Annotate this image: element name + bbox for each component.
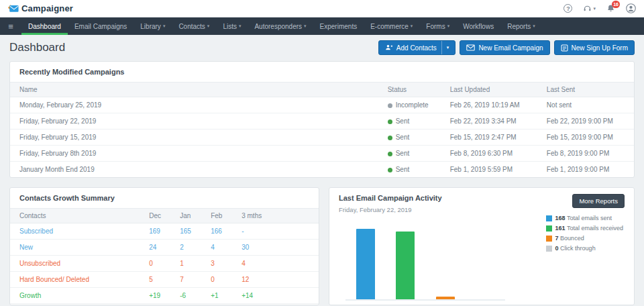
contacts-growth-table: Contacts Dec Jan Feb 3 mths Subscribed 1… <box>10 208 319 305</box>
growth-row-growth: Growth +19 -6 +1 +14 <box>10 288 319 304</box>
last-email-campaign-activity-card: Last Email Campaign Activity Friday, Feb… <box>329 187 635 305</box>
col-header-feb: Feb <box>201 209 232 223</box>
bar-0 <box>356 229 375 299</box>
bar-2 <box>436 297 455 299</box>
row-label: Pending <box>10 304 140 306</box>
status-dot <box>388 168 392 172</box>
row-label-link[interactable]: Hard Bounced/ Deleted <box>10 272 140 288</box>
chevron-down-icon: ▾ <box>207 23 210 29</box>
form-icon <box>561 44 568 52</box>
headset-icon <box>583 4 592 13</box>
chevron-down-icon: ▾ <box>447 23 450 29</box>
support-menu-button[interactable]: ▾ <box>583 4 596 13</box>
col-header-name[interactable]: Name <box>10 83 378 97</box>
chevron-down-icon: ▾ <box>304 23 307 29</box>
chevron-down-icon: ▾ <box>593 6 596 11</box>
notifications-button[interactable]: 16 <box>606 4 615 13</box>
user-avatar-icon <box>626 3 636 13</box>
table-row[interactable]: Friday, February 22, 2019 Sent Feb 22, 2… <box>10 113 634 130</box>
person-plus-icon <box>385 44 393 52</box>
brand-logo[interactable]: Campaigner <box>8 3 73 13</box>
campaigner-logo-icon <box>8 4 19 13</box>
new-signup-form-button[interactable]: New Sign Up Form <box>554 40 635 55</box>
new-email-campaign-button[interactable]: New Email Campaign <box>460 40 549 55</box>
help-button[interactable]: ? <box>564 4 572 13</box>
bar-slot-2 <box>425 225 466 299</box>
nav-item-forms[interactable]: Forms▾ <box>419 17 456 35</box>
status-dot <box>388 103 392 108</box>
button-divider <box>441 41 442 54</box>
envelope-icon <box>466 44 475 51</box>
table-row[interactable]: Monday, February 25, 2019 Incomplete Feb… <box>10 97 634 113</box>
table-header-row: Name Status Last Updated Last Sent <box>10 83 634 97</box>
card-title: Contacts Growth Summary <box>10 188 319 208</box>
growth-row-new: New 24 2 4 30 <box>10 240 319 256</box>
col-header-last-sent[interactable]: Last Sent <box>537 83 634 97</box>
row-label-link[interactable]: Unsubscribed <box>10 256 140 272</box>
table-row[interactable]: Friday, February 15, 2019 Sent Feb 15, 2… <box>10 130 634 146</box>
col-header-status[interactable]: Status <box>378 83 441 97</box>
nav-item-email-campaigns[interactable]: Email Campaigns <box>68 17 133 35</box>
growth-row-hard-bounced: Hard Bounced/ Deleted 5 7 0 12 <box>10 272 319 288</box>
chevron-down-icon[interactable]: ▾ <box>445 45 449 50</box>
col-header-last-updated[interactable]: Last Updated <box>441 83 537 97</box>
row-label-link[interactable]: New <box>10 240 140 256</box>
legend-swatch-bounced <box>546 236 552 242</box>
bar-slot-0 <box>345 225 386 299</box>
legend-item-click-through: 0 Click through <box>546 245 623 252</box>
card-title: Recently Modified Campaigns <box>10 62 634 82</box>
nav-item-ecommerce[interactable]: E-commerce▾ <box>364 17 419 35</box>
more-reports-button[interactable]: More Reports <box>572 194 625 208</box>
table-header-row: Contacts Dec Jan Feb 3 mths <box>10 209 319 223</box>
table-row[interactable]: January Month End 2019 Sent Feb 1, 2019 … <box>10 162 634 178</box>
status-dot <box>388 136 392 140</box>
legend-swatch-sent <box>546 215 552 221</box>
nav-item-reports[interactable]: Reports▾ <box>500 17 542 35</box>
account-menu-button[interactable] <box>626 3 636 13</box>
chevron-down-icon: ▾ <box>411 23 413 29</box>
row-label: Growth <box>10 288 140 304</box>
hamburger-menu-icon[interactable]: ≡ <box>0 17 21 35</box>
chart-legend: 168 Total emails sent 161 Total emails r… <box>546 215 623 252</box>
legend-item-bounced: 7 Bounced <box>546 235 623 242</box>
contacts-growth-summary-card: Contacts Growth Summary Contacts Dec Jan… <box>9 187 319 305</box>
top-bar: Campaigner ? ▾ 16 <box>0 0 644 17</box>
help-icon: ? <box>564 4 572 13</box>
page-header: Dashboard Add Contacts ▾ New Email Campa… <box>0 35 644 61</box>
nav-item-autoresponders[interactable]: Autoresponders▾ <box>248 17 313 35</box>
nav-item-contacts[interactable]: Contacts▾ <box>172 17 216 35</box>
growth-row-unsubscribed: Unsubscribed 0 1 3 4 <box>10 256 319 272</box>
nav-item-dashboard[interactable]: Dashboard <box>21 17 68 35</box>
legend-item-received: 161 Total emails received <box>546 225 623 232</box>
add-contacts-button[interactable]: Add Contacts ▾ <box>378 40 456 55</box>
chevron-down-icon: ▾ <box>239 23 241 29</box>
campaign-date-subtitle: Friday, February 22, 2019 <box>339 206 442 213</box>
chevron-down-icon: ▾ <box>533 23 535 29</box>
table-row[interactable]: Friday, February 8th 2019 Sent Feb 8, 20… <box>10 146 634 162</box>
status-badge: Sent <box>396 117 410 125</box>
recent-campaigns-table: Name Status Last Updated Last Sent Monda… <box>10 82 634 177</box>
nav-item-experiments[interactable]: Experiments <box>313 17 364 35</box>
col-header-jan: Jan <box>170 209 201 223</box>
legend-swatch-click-through <box>546 246 552 252</box>
col-header-3mths: 3 mths <box>232 209 319 223</box>
status-badge: Sent <box>396 150 410 157</box>
chevron-down-icon: ▾ <box>163 23 166 29</box>
nav-item-workflows[interactable]: Workflows <box>456 17 500 35</box>
recently-modified-campaigns-card: Recently Modified Campaigns Name Status … <box>9 61 635 178</box>
bar-1 <box>396 232 415 299</box>
nav-item-library[interactable]: Library▾ <box>133 17 172 35</box>
bar-chart <box>345 225 505 301</box>
notification-count-badge: 16 <box>612 1 620 8</box>
brand-name: Campaigner <box>21 3 73 13</box>
nav-item-lists[interactable]: Lists▾ <box>216 17 248 35</box>
status-dot <box>388 152 392 156</box>
col-header-contacts: Contacts <box>10 209 140 223</box>
legend-item-sent: 168 Total emails sent <box>546 215 623 221</box>
campaign-activity-chart: 168 Total emails sent 161 Total emails r… <box>329 213 634 305</box>
status-badge: Incomplete <box>396 101 429 109</box>
card-title: Last Email Campaign Activity <box>339 194 442 206</box>
page-title: Dashboard <box>9 41 65 54</box>
bar-slot-1 <box>386 225 426 299</box>
row-label-link[interactable]: Subscribed <box>10 223 140 240</box>
